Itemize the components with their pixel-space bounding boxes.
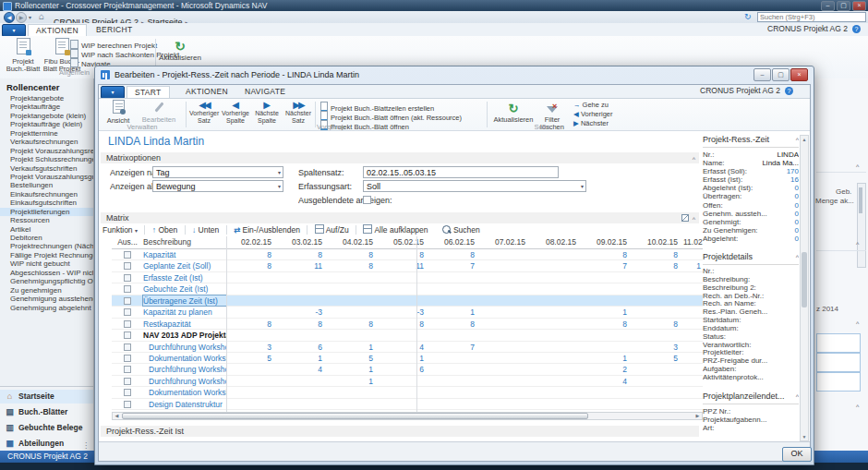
matrix-cell[interactable]: [633, 399, 683, 409]
matrix-row[interactable]: Kapazität zu planen-3-311: [112, 307, 703, 318]
projekt-buchblatt-button[interactable]: Projekt Buch.-Blatt: [6, 38, 41, 73]
matrix-cell[interactable]: 3: [226, 342, 277, 352]
matrix-cell[interactable]: [683, 330, 703, 340]
back-button[interactable]: ◀: [4, 12, 15, 23]
gehe-zu-button[interactable]: → Gehe zu: [573, 102, 609, 109]
matrix-cell[interactable]: [582, 387, 633, 397]
factbox-field-value[interactable]: 0: [795, 192, 799, 200]
matrix-cell[interactable]: [683, 295, 703, 306]
tab-aktionen[interactable]: AKTIONEN: [178, 86, 235, 97]
matrix-cell[interactable]: [226, 364, 277, 374]
row-checkbox[interactable]: [124, 331, 131, 339]
matrix-row[interactable]: Erfasste Zeit (Ist): [112, 272, 703, 283]
oben-button[interactable]: ↑ Oben: [152, 224, 177, 235]
naechster-button[interactable]: ▶ Nächster: [573, 120, 609, 127]
row-checkbox[interactable]: [124, 401, 131, 408]
matrix-cell[interactable]: 4: [379, 342, 429, 352]
factbox-title[interactable]: Projekt-Ress.-Zeit^: [703, 135, 799, 148]
matrix-date-column-header[interactable]: 04.02.15: [328, 236, 379, 248]
matrix-cell[interactable]: [582, 399, 633, 409]
nav-abteilungen[interactable]: ▦Abteilungen: [0, 437, 93, 451]
matrix-cell[interactable]: 8: [429, 319, 480, 329]
row-checkbox[interactable]: [124, 378, 131, 385]
vorheriger-button[interactable]: ◀ Vorheriger: [573, 111, 612, 118]
help-icon[interactable]: ?: [785, 87, 793, 95]
matrix-cell[interactable]: [277, 283, 328, 294]
suchen-button[interactable]: Suchen: [442, 224, 480, 235]
scroll-left-icon[interactable]: ◀: [113, 413, 121, 419]
matrix-cell[interactable]: 1: [277, 353, 328, 363]
matrix-cell[interactable]: [582, 330, 633, 340]
matrix-cell[interactable]: [328, 330, 379, 340]
factbox-field-value[interactable]: 0: [795, 210, 799, 218]
matrix-cell[interactable]: [328, 399, 379, 409]
factbox-field-value[interactable]: 16: [790, 175, 799, 184]
matrix-cell[interactable]: [633, 330, 683, 340]
naechster-satz-button[interactable]: ▶▶ NächsterSatz: [283, 100, 313, 124]
matrix-cell[interactable]: [582, 342, 633, 352]
forward-button[interactable]: ▶: [16, 12, 27, 23]
help-icon[interactable]: ?: [852, 25, 861, 33]
matrix-cell[interactable]: [480, 399, 531, 409]
matrix-cell[interactable]: [683, 399, 703, 409]
matrix-date-column-header[interactable]: 02.02.15: [226, 236, 277, 248]
spaltensatz-input[interactable]: 02.02.15..05.03.15: [363, 166, 559, 178]
anzeigen-nach-select[interactable]: Tag▾: [152, 166, 283, 178]
row-checkbox[interactable]: [124, 308, 131, 316]
matrix-cell[interactable]: [633, 272, 683, 283]
matrix-cell[interactable]: [429, 364, 480, 374]
row-checkbox[interactable]: [124, 389, 131, 396]
matrix-section-header[interactable]: Matrix ^: [101, 212, 699, 223]
sidebar-item[interactable]: WIP nicht gebucht: [0, 259, 93, 268]
matrix-cell[interactable]: [480, 260, 531, 271]
matrix-row[interactable]: Geplante Zeit (Soll)8118117781: [112, 260, 703, 271]
matrix-cell[interactable]: [429, 283, 480, 294]
collapse-icon[interactable]: ^: [796, 252, 799, 262]
modal-close-button[interactable]: ×: [790, 68, 808, 81]
matrix-cell[interactable]: [683, 283, 703, 294]
matrix-row[interactable]: Durchführung Workshop361473: [112, 342, 703, 353]
status-company[interactable]: CRONUS Projekt AG 2: [7, 451, 88, 463]
matrix-cell[interactable]: -3: [277, 307, 328, 317]
horizontal-scrollbar[interactable]: ◀ ▶: [112, 412, 703, 420]
matrix-cell[interactable]: [683, 307, 703, 317]
matrix-cell[interactable]: 8: [226, 319, 277, 329]
bearbeiten-button[interactable]: Bearbeiten: [136, 100, 182, 124]
matrix-cell[interactable]: 3: [633, 342, 683, 352]
vorherige-spalte-button[interactable]: ◀ VorherigeSpalte: [221, 100, 250, 124]
matrix-cell[interactable]: [480, 272, 531, 283]
matrix-cell[interactable]: [531, 249, 582, 259]
nav-buchblaetter[interactable]: ▤Buch.-Blätter: [0, 405, 93, 419]
sidebar-item[interactable]: Ressourcen: [0, 216, 93, 224]
factbox-field-value[interactable]: 0: [795, 235, 799, 243]
factbox-scrollbar[interactable]: ▲ ▼: [800, 135, 809, 441]
matrix-cell[interactable]: 8: [277, 249, 328, 259]
factbox-field-value[interactable]: 170: [787, 167, 799, 175]
modal-application-menu-button[interactable]: ▾: [101, 86, 125, 99]
sidebar-item[interactable]: Projektlieferungen: [0, 208, 93, 216]
matrix-cell[interactable]: [429, 330, 480, 340]
matrix-cell[interactable]: [531, 376, 582, 386]
matrix-cell[interactable]: [683, 249, 703, 259]
matrix-cell[interactable]: 5: [633, 353, 683, 363]
unten-button[interactable]: ↓ Unten: [192, 224, 219, 235]
matrix-cell[interactable]: [633, 376, 683, 386]
matrix-cell[interactable]: [226, 295, 277, 306]
matrix-cell[interactable]: 4: [582, 376, 633, 386]
factbox-field-value[interactable]: 0: [795, 184, 799, 192]
matrix-cell[interactable]: [480, 283, 531, 294]
matrix-cell[interactable]: [277, 295, 328, 306]
matrix-cell[interactable]: [226, 307, 277, 317]
matrix-row-label[interactable]: Kapazität: [143, 249, 226, 259]
matrix-cell[interactable]: 1: [328, 342, 379, 352]
matrix-cell[interactable]: [226, 283, 277, 294]
minimize-button[interactable]: –: [821, 1, 835, 11]
matrix-row-label[interactable]: Durchführung Workshop: [143, 376, 226, 386]
aktualisieren-button[interactable]: ↻ Aktualisieren: [159, 38, 201, 62]
collapse-icon[interactable]: ^: [796, 392, 799, 402]
matrix-row-label[interactable]: Dokumentation Workshop: [143, 353, 226, 363]
matrix-row[interactable]: Dokumentation Workshop515115: [112, 353, 703, 364]
matrix-cell[interactable]: [379, 272, 429, 283]
erfassungsart-select[interactable]: Soll▾: [363, 180, 586, 192]
matrix-cell[interactable]: [531, 272, 582, 283]
